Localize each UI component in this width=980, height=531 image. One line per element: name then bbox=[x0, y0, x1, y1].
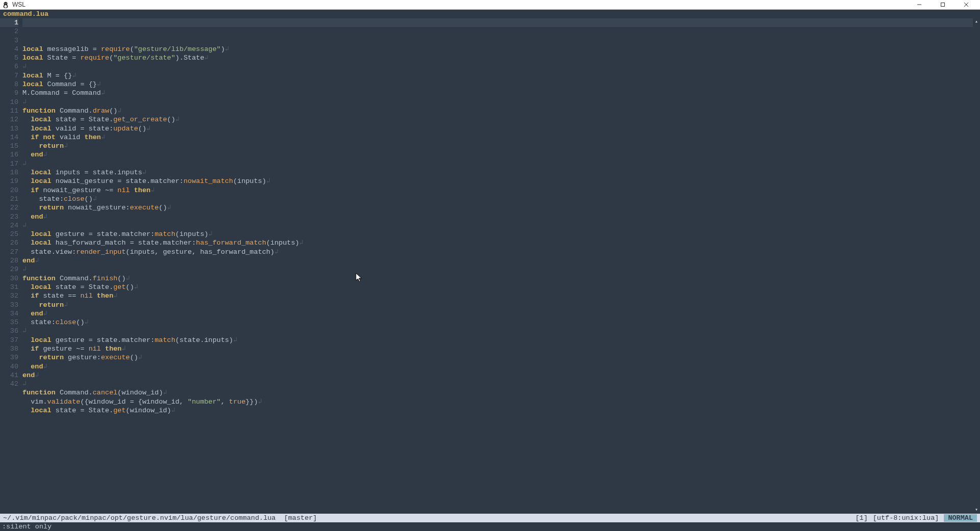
code-line[interactable]: return nowait_gesture:execute()↲ bbox=[22, 203, 973, 212]
code-line[interactable]: M.Command = Command↲ bbox=[22, 89, 973, 97]
code-line[interactable]: local state = State.get()↲ bbox=[22, 283, 973, 291]
code-line[interactable]: local inputs = state.inputs↲ bbox=[22, 168, 973, 177]
line-number: 39 bbox=[0, 353, 18, 362]
code-line[interactable]: end↲ bbox=[22, 256, 973, 265]
code-line[interactable]: function Command.cancel(window_id)↲ bbox=[22, 388, 973, 397]
code-line[interactable]: local has_forward_match = state.matcher:… bbox=[22, 238, 973, 247]
line-number: 10 bbox=[0, 98, 18, 107]
line-number: 20 bbox=[0, 186, 18, 195]
svg-point-4 bbox=[6, 3, 7, 4]
line-number: 40 bbox=[0, 362, 18, 371]
editor: command.lua 1234567891011121314151617181… bbox=[0, 10, 980, 531]
code-line[interactable]: state.view:render_input(inputs, gesture,… bbox=[22, 248, 973, 256]
line-number: 24 bbox=[0, 221, 18, 230]
code-line[interactable]: vim.validate({window_id = {window_id, "n… bbox=[22, 397, 973, 406]
code-line[interactable]: local valid = state:update()↲ bbox=[22, 124, 973, 133]
code-line[interactable]: end↲ bbox=[22, 371, 973, 380]
line-number: 26 bbox=[0, 238, 18, 247]
code-line[interactable]: return gesture:execute()↲ bbox=[22, 353, 973, 362]
code-line[interactable]: ↲ bbox=[22, 327, 973, 335]
code-line[interactable]: ↲ bbox=[22, 62, 973, 71]
window-title: WSL bbox=[12, 1, 908, 8]
code-line[interactable]: local state = State.get_or_create()↲ bbox=[22, 115, 973, 124]
line-number: 31 bbox=[0, 283, 18, 291]
code-line[interactable]: end↲ bbox=[22, 362, 973, 371]
line-number: 30 bbox=[0, 274, 18, 283]
svg-rect-7 bbox=[941, 3, 945, 7]
code-line[interactable]: if gesture ~= nil then↲ bbox=[22, 344, 973, 353]
line-number: 15 bbox=[0, 142, 18, 150]
code-line[interactable]: return↲ bbox=[22, 142, 973, 150]
code-line[interactable]: ↲ bbox=[22, 265, 973, 274]
line-number: 18 bbox=[0, 168, 18, 177]
line-number: 1 bbox=[0, 18, 18, 27]
code-line[interactable]: ↲ bbox=[22, 221, 973, 230]
scroll-down-icon[interactable]: ▾ bbox=[973, 507, 980, 514]
code-line[interactable]: ↲ bbox=[22, 160, 973, 168]
svg-point-2 bbox=[4, 5, 7, 8]
line-number: 16 bbox=[0, 150, 18, 159]
code-line[interactable]: ↲ bbox=[22, 98, 973, 107]
minimize-button[interactable] bbox=[908, 0, 931, 10]
line-number: 11 bbox=[0, 107, 18, 115]
line-number: 28 bbox=[0, 256, 18, 265]
status-right: [1] [utf-8:unix:lua] NORMAL bbox=[855, 514, 977, 522]
line-number: 27 bbox=[0, 248, 18, 256]
line-number: 6 bbox=[0, 62, 18, 71]
buffer-tab[interactable]: command.lua bbox=[0, 10, 980, 18]
code-line[interactable]: end↲ bbox=[22, 213, 973, 221]
code-line[interactable]: if state == nil then↲ bbox=[22, 291, 973, 300]
line-number: 7 bbox=[0, 71, 18, 80]
line-number: 36 bbox=[0, 327, 18, 335]
code-line[interactable]: local messagelib = require("gesture/lib/… bbox=[22, 45, 973, 54]
code-line[interactable]: local M = {}↲ bbox=[22, 71, 973, 80]
line-number: 37 bbox=[0, 336, 18, 344]
line-number: 32 bbox=[0, 291, 18, 300]
line-number: 25 bbox=[0, 230, 18, 238]
code-line[interactable]: local State = require("gesture/state").S… bbox=[22, 54, 973, 62]
status-position: [1] bbox=[855, 514, 867, 522]
line-number: 12 bbox=[0, 115, 18, 124]
window-controls bbox=[908, 0, 978, 10]
code-line[interactable]: function Command.draw()↲ bbox=[22, 107, 973, 115]
code-line[interactable]: local gesture = state.matcher:match(stat… bbox=[22, 336, 973, 344]
code-line[interactable]: state:close()↲ bbox=[22, 318, 973, 327]
cursor-line-highlight bbox=[22, 18, 973, 27]
maximize-button[interactable] bbox=[931, 0, 955, 10]
code-line[interactable]: local state = State.get(window_id)↲ bbox=[22, 406, 973, 415]
code-line[interactable]: local gesture = state.matcher:match(inpu… bbox=[22, 230, 973, 238]
line-number: 13 bbox=[0, 124, 18, 133]
code-area[interactable]: 1234567891011121314151617181920212223242… bbox=[0, 18, 980, 514]
line-number: 41 bbox=[0, 371, 18, 380]
code-line[interactable]: return↲ bbox=[22, 301, 973, 309]
line-number: 21 bbox=[0, 195, 18, 203]
code-line[interactable]: if nowait_gesture ~= nil then↲ bbox=[22, 186, 973, 195]
line-number: 9 bbox=[0, 89, 18, 97]
code-line[interactable]: if not valid then↲ bbox=[22, 133, 973, 142]
close-button[interactable] bbox=[955, 0, 978, 10]
line-number: 22 bbox=[0, 203, 18, 212]
statusline: ~/.vim/minpac/pack/minpac/opt/gesture.nv… bbox=[0, 514, 980, 522]
line-number: 29 bbox=[0, 265, 18, 274]
line-number: 3 bbox=[0, 36, 18, 45]
line-number: 14 bbox=[0, 133, 18, 142]
code-content[interactable]: local messagelib = require("gesture/lib/… bbox=[22, 18, 973, 514]
code-line[interactable]: ↲ bbox=[22, 380, 973, 388]
line-number: 34 bbox=[0, 309, 18, 318]
scrollbar[interactable]: ▴ ▾ bbox=[973, 18, 980, 514]
status-mode: NORMAL bbox=[944, 514, 977, 522]
scroll-up-icon[interactable]: ▴ bbox=[973, 18, 980, 25]
code-line[interactable]: local nowait_gesture = state.matcher:now… bbox=[22, 177, 973, 185]
command-line[interactable]: :silent only bbox=[0, 522, 980, 531]
status-path: ~/.vim/minpac/pack/minpac/opt/gesture.nv… bbox=[3, 514, 855, 522]
code-line[interactable]: state:close()↲ bbox=[22, 195, 973, 203]
line-number: 33 bbox=[0, 301, 18, 309]
code-line[interactable]: local Command = {}↲ bbox=[22, 80, 973, 89]
window-titlebar: WSL bbox=[0, 0, 980, 10]
line-number: 42 bbox=[0, 380, 18, 388]
line-number: 35 bbox=[0, 318, 18, 327]
line-number: 23 bbox=[0, 213, 18, 221]
code-line[interactable]: end↲ bbox=[22, 150, 973, 159]
code-line[interactable]: function Command.finish()↲ bbox=[22, 274, 973, 283]
code-line[interactable]: end↲ bbox=[22, 309, 973, 318]
